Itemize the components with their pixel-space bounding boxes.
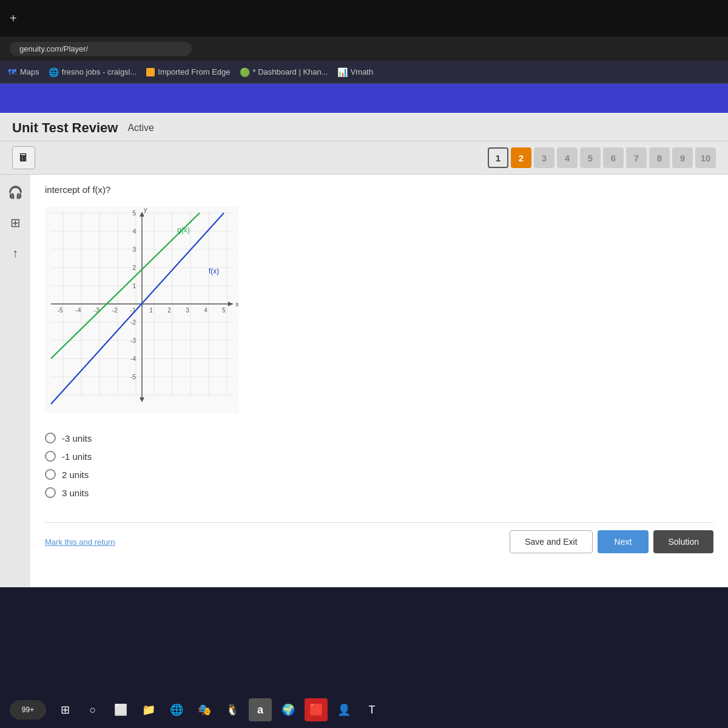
page-3[interactable]: 3	[534, 147, 554, 168]
side-icons: 🎧 ⊞ ↑	[0, 175, 30, 587]
taskbar-t[interactable]: T	[360, 698, 383, 721]
up-arrow-button[interactable]: ↑	[4, 241, 27, 265]
bookmark-khan[interactable]: 🟢 * Dashboard | Khan...	[240, 67, 328, 77]
page-4[interactable]: 4	[557, 147, 578, 168]
page-10[interactable]: 10	[695, 147, 716, 168]
calculator-button[interactable]: 🖩	[12, 146, 35, 169]
svg-text:4: 4	[204, 307, 207, 314]
footer-buttons: Save and Exit Next Solution	[510, 530, 713, 553]
svg-text:-4: -4	[76, 307, 81, 314]
toolbar: 🖩 1 2 3 4 5 6 7 8 9 10	[0, 141, 728, 175]
answer-choice-2[interactable]: -1 units	[45, 451, 713, 462]
browser-top-bar: +	[0, 0, 728, 36]
bookmark-edge[interactable]: Imported From Edge	[146, 67, 230, 76]
answer-3-text: 2 units	[62, 470, 89, 480]
page-numbers: 1 2 3 4 5 6 7 8 9 10	[488, 147, 716, 168]
up-arrow-icon: ↑	[12, 246, 18, 260]
answer-1-text: -3 units	[62, 433, 92, 443]
taskbar-windows[interactable]: ⊞	[53, 698, 76, 721]
edge-icon	[146, 68, 155, 76]
answer-4-text: 3 units	[62, 488, 89, 498]
taskbar-a[interactable]: a	[249, 698, 272, 721]
next-button[interactable]: Next	[598, 530, 649, 553]
answer-choices: -3 units -1 units 2 units 3 units	[45, 433, 713, 498]
svg-text:-3: -3	[130, 337, 136, 344]
grid-button[interactable]: ⊞	[4, 211, 27, 234]
svg-marker-25	[140, 397, 144, 402]
taskbar-media[interactable]: 🎭	[193, 698, 216, 721]
graph-container: x y -5 -4 -3 -2 -1 1 2 3 4 5 5 4 3 2 1 -…	[45, 207, 239, 416]
taskbar-search: 99+	[10, 700, 46, 720]
taskbar-view[interactable]: ⬜	[109, 698, 132, 721]
page-8[interactable]: 8	[649, 147, 670, 168]
page-1[interactable]: 1	[488, 147, 508, 168]
bookmark-craigslist[interactable]: 🌐 fresno jobs - craigsl...	[49, 67, 137, 77]
svg-text:x: x	[235, 300, 239, 308]
bookmark-maps[interactable]: 🗺 Maps	[7, 67, 39, 77]
svg-text:3: 3	[132, 246, 136, 253]
svg-text:-5: -5	[130, 374, 136, 380]
radio-4[interactable]	[45, 487, 56, 498]
taskbar-edge[interactable]: 🌐	[165, 698, 188, 721]
footer-bar: Mark this and return Save and Exit Next …	[45, 522, 713, 553]
answer-choice-4[interactable]: 3 units	[45, 487, 713, 498]
taskbar-chrome[interactable]: 🌍	[277, 698, 300, 721]
answer-choice-3[interactable]: 2 units	[45, 469, 713, 480]
coordinate-graph: x y -5 -4 -3 -2 -1 1 2 3 4 5 5 4 3 2 1 -…	[45, 207, 239, 413]
content-area: intercept of f(x)?	[30, 175, 728, 587]
svg-text:5: 5	[132, 210, 136, 217]
bookmark-vmath-label: Vmath	[351, 67, 374, 76]
taskbar-app1[interactable]: 🐧	[221, 698, 244, 721]
bookmark-vmath[interactable]: 📊 Vmath	[338, 67, 374, 77]
taskbar-user[interactable]: 👤	[332, 698, 356, 721]
answer-2-text: -1 units	[62, 451, 92, 462]
tool-left: 🖩	[12, 146, 35, 169]
taskbar-app2[interactable]: 🟥	[305, 698, 328, 721]
svg-text:-5: -5	[58, 307, 63, 314]
new-tab-button[interactable]: +	[10, 12, 17, 25]
page-6[interactable]: 6	[603, 147, 624, 168]
radio-1[interactable]	[45, 433, 56, 443]
svg-text:5: 5	[222, 307, 226, 314]
question-text: intercept of f(x)?	[45, 184, 713, 195]
svg-text:-2: -2	[130, 319, 136, 326]
craigslist-icon: 🌐	[49, 67, 59, 77]
page-7[interactable]: 7	[626, 147, 647, 168]
grid-icon: ⊞	[10, 215, 21, 230]
taskbar-search-btn[interactable]: ○	[81, 698, 104, 721]
page-5[interactable]: 5	[580, 147, 601, 168]
svg-text:g(x): g(x)	[177, 226, 190, 234]
page-9[interactable]: 9	[672, 147, 693, 168]
svg-text:4: 4	[132, 228, 136, 235]
headphones-button[interactable]: 🎧	[4, 181, 27, 204]
bookmark-maps-label: Maps	[20, 67, 39, 76]
bookmarks-bar: 🗺 Maps 🌐 fresno jobs - craigsl... Import…	[0, 61, 728, 84]
radio-3[interactable]	[45, 469, 56, 480]
svg-marker-23	[228, 302, 233, 306]
page-2[interactable]: 2	[511, 147, 531, 168]
svg-text:-4: -4	[130, 356, 136, 362]
save-exit-button[interactable]: Save and Exit	[510, 530, 592, 553]
address-bar-area: genuity.com/Player/	[0, 36, 728, 61]
svg-text:-2: -2	[112, 307, 118, 314]
taskbar: 99+ ⊞ ○ ⬜ 📁 🌐 🎭 🐧 a 🌍 🟥 👤 T	[0, 692, 728, 728]
maps-icon: 🗺	[7, 67, 17, 77]
answer-choice-1[interactable]: -3 units	[45, 433, 713, 443]
solution-button[interactable]: Solution	[653, 530, 713, 553]
khan-icon: 🟢	[240, 67, 250, 77]
svg-text:y: y	[144, 207, 147, 213]
headphones-icon: 🎧	[8, 185, 23, 200]
bookmark-craigslist-label: fresno jobs - craigsl...	[62, 67, 137, 76]
svg-text:1: 1	[132, 283, 136, 289]
taskbar-folder[interactable]: 📁	[137, 698, 160, 721]
address-bar[interactable]: genuity.com/Player/	[10, 42, 192, 56]
blue-banner	[0, 84, 728, 113]
calculator-icon: 🖩	[18, 152, 29, 164]
svg-text:2: 2	[167, 307, 171, 314]
radio-2[interactable]	[45, 451, 56, 462]
mark-return-link[interactable]: Mark this and return	[45, 538, 115, 547]
vmath-icon: 📊	[338, 67, 348, 77]
svg-text:f(x): f(x)	[209, 267, 219, 275]
app-header: Unit Test Review Active	[0, 113, 728, 141]
bookmark-khan-label: * Dashboard | Khan...	[253, 67, 328, 76]
